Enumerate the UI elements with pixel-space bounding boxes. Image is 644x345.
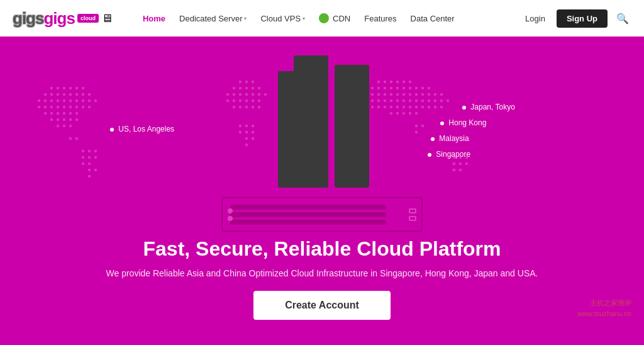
svg-rect-46 (69, 125, 72, 127)
rack-handle (409, 216, 416, 221)
svg-rect-0 (50, 87, 53, 89)
svg-rect-10 (69, 93, 72, 96)
svg-rect-20 (75, 99, 78, 102)
header: gigsgigs cloud 🖥 Home Dedicated Server ▾… (0, 0, 644, 37)
svg-rect-26 (50, 106, 53, 108)
svg-rect-37 (69, 112, 72, 115)
rack-handles (409, 208, 416, 221)
location-malaysia: Malaysia (431, 134, 469, 143)
location-dot (462, 106, 466, 110)
chevron-down-icon: ▾ (244, 16, 247, 21)
svg-rect-23 (94, 99, 97, 102)
hero-title: Fast, Secure, Reliable Cloud Platform (13, 237, 631, 261)
svg-rect-29 (69, 106, 72, 108)
location-dot (110, 128, 114, 132)
svg-rect-14 (38, 99, 40, 102)
svg-rect-55 (82, 162, 84, 165)
location-japan-tokyo: Japan, Tokyo (462, 103, 515, 111)
svg-rect-59 (88, 175, 91, 178)
svg-rect-44 (57, 125, 59, 127)
svg-rect-15 (44, 99, 47, 102)
location-dot (431, 137, 435, 141)
rack-knob (228, 208, 233, 213)
svg-rect-53 (88, 156, 91, 159)
svg-rect-45 (63, 125, 65, 127)
svg-rect-163 (465, 162, 468, 165)
svg-rect-2 (63, 87, 65, 89)
server-tower-center (278, 71, 313, 188)
chevron-down-icon: ▾ (303, 16, 305, 21)
svg-rect-19 (69, 99, 72, 102)
svg-rect-4 (75, 87, 78, 89)
svg-rect-5 (82, 87, 84, 89)
svg-rect-51 (94, 150, 97, 152)
server-tower-center-left (335, 65, 369, 188)
svg-rect-6 (44, 93, 47, 96)
signup-button[interactable]: Sign Up (557, 9, 608, 28)
rack-knob (228, 216, 233, 221)
search-icon[interactable]: 🔍 (614, 10, 631, 27)
svg-rect-39 (50, 118, 53, 121)
create-account-button[interactable]: Create Account (253, 291, 391, 320)
header-right: Login Sign Up 🔍 (520, 9, 631, 28)
svg-rect-41 (63, 118, 65, 121)
nav-home[interactable]: Home (138, 11, 170, 26)
rack-handle (409, 208, 416, 213)
svg-rect-3 (69, 87, 72, 89)
login-button[interactable]: Login (520, 11, 550, 26)
logo-gigs1: gigs (13, 9, 43, 28)
nav-data-center[interactable]: Data Center (406, 11, 460, 26)
nav-cloud-vps[interactable]: Cloud VPS ▾ (255, 11, 310, 26)
nav-cdn[interactable]: CDN (314, 11, 355, 26)
hero-subtitle: We provide Reliable Asia and China Optim… (13, 268, 631, 278)
svg-rect-24 (38, 106, 40, 108)
nav-features[interactable]: Features (359, 11, 401, 26)
rack-server (221, 197, 423, 232)
svg-rect-18 (63, 99, 65, 102)
rack-slot (230, 205, 386, 210)
hero-section: US, Los Angeles Japan, Tokyo Hong Kong M… (0, 37, 644, 345)
svg-rect-25 (44, 106, 47, 108)
location-hong-kong: Hong Kong (440, 118, 486, 127)
svg-rect-52 (82, 156, 84, 159)
logo-server-icon: 🖥 (101, 12, 113, 25)
svg-rect-8 (57, 93, 59, 96)
cdn-icon (319, 13, 329, 23)
location-dot (440, 122, 444, 125)
svg-rect-17 (57, 99, 59, 102)
nav-dedicated-server[interactable]: Dedicated Server ▾ (174, 11, 252, 26)
svg-rect-34 (50, 112, 53, 115)
svg-rect-162 (459, 162, 462, 165)
logo-cloud-badge: cloud (77, 14, 99, 23)
svg-rect-165 (459, 169, 462, 171)
svg-rect-7 (50, 93, 53, 96)
svg-rect-54 (94, 156, 97, 159)
rack-slot (230, 212, 386, 217)
svg-rect-1 (57, 87, 59, 89)
svg-rect-50 (88, 150, 91, 152)
location-singapore: Singapore (428, 150, 470, 159)
svg-rect-32 (88, 106, 91, 108)
svg-rect-13 (88, 93, 91, 96)
svg-rect-36 (63, 112, 65, 115)
svg-rect-11 (75, 93, 78, 96)
svg-rect-9 (63, 93, 65, 96)
location-dot (428, 153, 431, 157)
svg-rect-58 (94, 169, 97, 171)
rack-slot (230, 220, 386, 225)
svg-rect-27 (57, 106, 59, 108)
svg-rect-47 (69, 137, 72, 140)
svg-rect-21 (82, 99, 84, 102)
logo-gigs2: gigs (43, 9, 74, 28)
server-scene (190, 55, 454, 244)
main-nav: Home Dedicated Server ▾ Cloud VPS ▾ CDN … (138, 11, 520, 26)
rack-knobs (228, 208, 233, 221)
svg-rect-16 (50, 99, 53, 102)
svg-rect-38 (75, 112, 78, 115)
hero-content: Fast, Secure, Reliable Cloud Platform We… (0, 237, 644, 320)
logo[interactable]: gigsgigs cloud 🖥 (13, 9, 113, 28)
svg-rect-43 (75, 118, 78, 121)
svg-rect-49 (82, 150, 84, 152)
svg-rect-33 (44, 112, 47, 115)
svg-rect-31 (82, 106, 84, 108)
